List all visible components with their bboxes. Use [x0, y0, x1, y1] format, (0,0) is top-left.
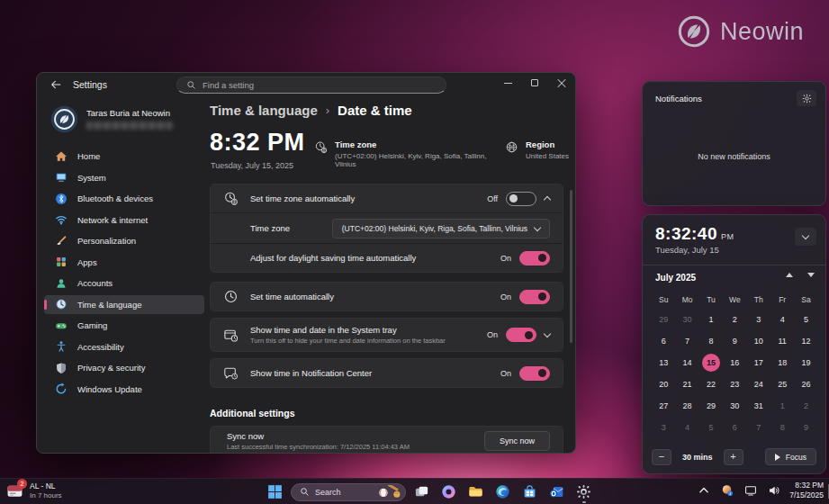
systray-time-toggle[interactable]: [506, 328, 536, 342]
calendar-day[interactable]: 19: [794, 352, 817, 374]
calendar-day[interactable]: 8: [770, 417, 794, 438]
set-time-auto-toggle[interactable]: [519, 290, 550, 304]
calendar-day[interactable]: 9: [723, 330, 746, 352]
start-button[interactable]: [264, 481, 286, 503]
search-icon: [186, 80, 196, 90]
calendar-day[interactable]: 2: [794, 395, 817, 417]
calendar-day[interactable]: 4: [675, 417, 698, 438]
calendar-day[interactable]: 20: [652, 374, 675, 395]
calendar-day[interactable]: 29: [699, 395, 723, 417]
taskbar-clock[interactable]: 8:32 PM 7/15/2025: [789, 481, 824, 500]
sidebar-item-windows-update[interactable]: Windows Update: [44, 380, 204, 399]
calendar-day[interactable]: 22: [699, 374, 723, 395]
taskbar-search-box[interactable]: Search: [291, 483, 406, 501]
setting-row-set-timezone-auto[interactable]: Set time zone automatically Off: [211, 184, 563, 212]
calendar-day[interactable]: 1: [770, 395, 794, 417]
calendar-day[interactable]: 7: [675, 330, 698, 352]
collapse-calendar-button[interactable]: [795, 228, 816, 246]
outlook-button[interactable]: [545, 481, 568, 503]
sidebar-item-accessibility[interactable]: Accessibility: [44, 338, 204, 356]
tray-app-icon[interactable]: [719, 482, 735, 499]
calendar-day[interactable]: 24: [747, 374, 770, 395]
microsoft-store-button[interactable]: [518, 481, 541, 503]
sidebar-item-bluetooth-devices[interactable]: Bluetooth & devices: [44, 189, 204, 208]
maximize-button[interactable]: [521, 73, 548, 93]
calendar-day[interactable]: 25: [770, 374, 794, 395]
calendar-day[interactable]: 5: [699, 417, 723, 438]
set-timezone-auto-toggle[interactable]: [506, 192, 536, 206]
sidebar-item-home[interactable]: Home: [44, 147, 204, 166]
copilot-button[interactable]: [437, 481, 460, 503]
user-profile[interactable]: Taras Buria at Neowin: [50, 105, 173, 133]
sidebar-item-personalization[interactable]: Personalization: [44, 231, 204, 250]
calendar-day[interactable]: 6: [723, 417, 746, 438]
sidebar-item-network-internet[interactable]: Network & internet: [44, 211, 204, 230]
setting-row-daylight-saving[interactable]: Adjust for daylight saving time automati…: [211, 244, 563, 272]
search-input[interactable]: Find a setting: [176, 76, 446, 94]
calendar-day[interactable]: 14: [675, 352, 698, 374]
calendar-prev-button[interactable]: [786, 273, 793, 277]
calendar-day[interactable]: 10: [747, 330, 770, 352]
calendar-next-button[interactable]: [807, 273, 815, 277]
calendar-day[interactable]: 8: [699, 330, 723, 352]
calendar-day[interactable]: 3: [652, 417, 675, 438]
calendar-day[interactable]: 16: [723, 352, 746, 374]
notification-center-time-toggle[interactable]: [519, 366, 550, 381]
notifications-settings-button[interactable]: [797, 90, 816, 106]
calendar-day[interactable]: 9: [794, 417, 817, 438]
task-view-button[interactable]: [410, 481, 433, 503]
sidebar-item-apps[interactable]: Apps: [44, 253, 204, 272]
chevron-up-icon[interactable]: [544, 196, 551, 203]
sidebar-item-accounts[interactable]: Accounts: [44, 274, 204, 292]
calendar-day[interactable]: 28: [675, 395, 698, 417]
focus-minus-button[interactable]: −: [652, 449, 671, 465]
calendar-day[interactable]: 21: [675, 374, 698, 395]
calendar-day[interactable]: 4: [770, 309, 794, 330]
volume-tray-icon[interactable]: [766, 482, 782, 499]
calendar-day[interactable]: 27: [652, 395, 675, 417]
calendar-day-header: Mo: [675, 291, 698, 309]
calendar-day[interactable]: 1: [699, 309, 723, 330]
widgets-button[interactable]: 2 AL - NL In 7 hours: [6, 482, 62, 500]
calendar-day-selected[interactable]: 15: [699, 352, 723, 374]
sync-now-button[interactable]: Sync now: [484, 431, 550, 451]
calendar-day[interactable]: 3: [747, 309, 770, 330]
sidebar-item-privacy-security[interactable]: Privacy & security: [44, 358, 204, 377]
calendar-day[interactable]: 12: [794, 330, 817, 352]
setting-row-set-time-auto[interactable]: Set time automatically On: [211, 283, 563, 310]
calendar-day[interactable]: 23: [723, 374, 746, 395]
back-button[interactable]: [48, 77, 64, 92]
calendar-day[interactable]: 26: [794, 374, 817, 395]
settings-button[interactable]: [572, 481, 595, 503]
setting-row-systray-time[interactable]: Show time and date in the System tray Tu…: [211, 319, 563, 351]
calendar-day[interactable]: 30: [723, 395, 746, 417]
calendar-day[interactable]: 30: [675, 309, 698, 330]
calendar-day[interactable]: 11: [770, 330, 794, 352]
calendar-day[interactable]: 31: [747, 395, 770, 417]
calendar-day[interactable]: 29: [652, 309, 675, 330]
minimize-button[interactable]: [494, 73, 521, 93]
calendar-day[interactable]: 2: [723, 309, 746, 330]
focus-plus-button[interactable]: +: [724, 449, 743, 465]
sidebar-item-gaming[interactable]: Gaming: [44, 316, 204, 335]
focus-start-button[interactable]: Focus: [765, 448, 816, 465]
sidebar-item-system[interactable]: System: [44, 168, 204, 187]
calendar-day[interactable]: 13: [652, 352, 675, 374]
tray-overflow-button[interactable]: [696, 482, 712, 499]
calendar-day[interactable]: 6: [652, 330, 675, 352]
setting-row-notification-center-time[interactable]: Show time in Notification Center On: [211, 359, 563, 387]
breadcrumb-parent[interactable]: Time & language: [210, 103, 318, 118]
close-button[interactable]: [548, 73, 575, 93]
chevron-down-icon[interactable]: [544, 330, 551, 338]
calendar-day[interactable]: 17: [747, 352, 770, 374]
edge-button[interactable]: [491, 481, 514, 503]
calendar-day[interactable]: 18: [770, 352, 794, 374]
network-tray-icon[interactable]: [743, 482, 759, 499]
scrollbar[interactable]: [570, 190, 572, 343]
timezone-dropdown[interactable]: (UTC+02:00) Helsinki, Kyiv, Riga, Sofia,…: [332, 219, 550, 238]
calendar-day[interactable]: 7: [747, 417, 770, 438]
daylight-saving-toggle[interactable]: [519, 251, 550, 266]
file-explorer-button[interactable]: [464, 481, 487, 503]
sidebar-item-time-language[interactable]: Time & language: [44, 295, 204, 314]
calendar-day[interactable]: 5: [794, 309, 817, 330]
